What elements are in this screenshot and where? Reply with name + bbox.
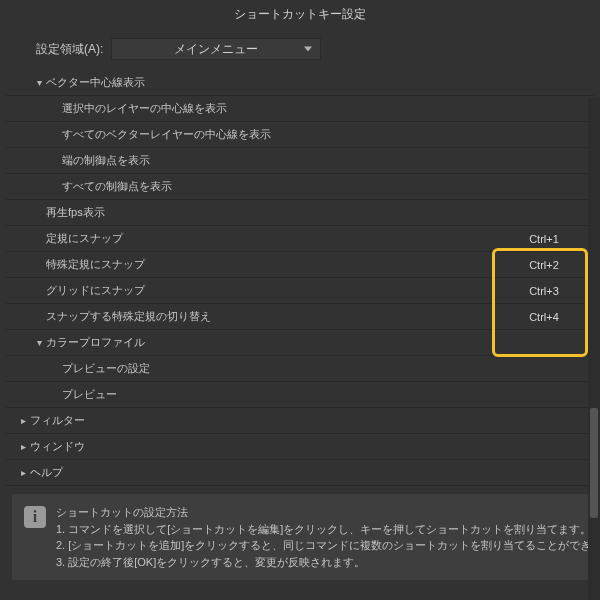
- tree-row[interactable]: スナップする特殊定規の切り替えCtrl+4: [6, 304, 594, 330]
- tree-row-label: プレビュー: [62, 387, 504, 402]
- scrollbar-thumb[interactable]: [590, 408, 598, 518]
- tree-row[interactable]: ▸フィルター: [6, 408, 594, 434]
- tree-row-shortcut: Ctrl+4: [504, 311, 584, 323]
- tree-row-label: 選択中のレイヤーの中心線を表示: [62, 101, 504, 116]
- tree-row[interactable]: グリッドにスナップCtrl+3: [6, 278, 594, 304]
- tree-row[interactable]: プレビュー: [6, 382, 594, 408]
- tree-row[interactable]: 特殊定規にスナップCtrl+2: [6, 252, 594, 278]
- command-tree: ▾ベクター中心線表示選択中のレイヤーの中心線を表示すべてのベクターレイヤーの中心…: [6, 70, 594, 486]
- tree-row-shortcut: Ctrl+2: [504, 259, 584, 271]
- setting-area-value: メインメニュー: [174, 41, 258, 58]
- tree-row[interactable]: プレビューの設定: [6, 356, 594, 382]
- tree-row[interactable]: ▾カラープロファイル: [6, 330, 594, 356]
- help-panel: i ショートカットの設定方法 1. コマンドを選択して[ショートカットを編集]を…: [12, 494, 588, 580]
- tree-row-label: ウィンドウ: [30, 439, 504, 454]
- tree-row[interactable]: 定規にスナップCtrl+1: [6, 226, 594, 252]
- help-text: ショートカットの設定方法 1. コマンドを選択して[ショートカットを編集]をクリ…: [56, 504, 600, 570]
- tree-row-shortcut: Ctrl+1: [504, 233, 584, 245]
- help-line-1: 1. コマンドを選択して[ショートカットを編集]をクリックし、キーを押してショー…: [56, 521, 600, 538]
- chevron-right-icon[interactable]: ▸: [16, 442, 30, 452]
- chevron-right-icon[interactable]: ▸: [16, 468, 30, 478]
- tree-row-label: すべての制御点を表示: [62, 179, 504, 194]
- help-line-3: 3. 設定の終了後[OK]をクリックすると、変更が反映されます。: [56, 554, 600, 571]
- help-line-2: 2. [ショートカットを追加]をクリックすると、同じコマンドに複数のショートカッ…: [56, 537, 600, 554]
- chevron-down-icon[interactable]: ▾: [32, 338, 46, 348]
- tree-row-label: カラープロファイル: [46, 335, 504, 350]
- chevron-down-icon[interactable]: ▾: [32, 78, 46, 88]
- tree-row[interactable]: 再生fps表示: [6, 200, 594, 226]
- tree-row-label: ベクター中心線表示: [46, 75, 504, 90]
- tree-row[interactable]: 端の制御点を表示: [6, 148, 594, 174]
- setting-area-dropdown[interactable]: メインメニュー: [111, 38, 321, 60]
- chevron-right-icon[interactable]: ▸: [16, 416, 30, 426]
- tree-row-label: すべてのベクターレイヤーの中心線を表示: [62, 127, 504, 142]
- help-title: ショートカットの設定方法: [56, 504, 600, 521]
- content-area: 設定領域(A): メインメニュー ▾ベクター中心線表示選択中のレイヤーの中心線を…: [0, 28, 600, 600]
- tree-row-label: プレビューの設定: [62, 361, 504, 376]
- setting-area-label: 設定領域(A):: [36, 41, 103, 58]
- tree-row-label: 端の制御点を表示: [62, 153, 504, 168]
- tree-row[interactable]: ▸ヘルプ: [6, 460, 594, 486]
- tree-row[interactable]: 選択中のレイヤーの中心線を表示: [6, 96, 594, 122]
- tree-row-label: 再生fps表示: [46, 205, 504, 220]
- tree-row-label: 特殊定規にスナップ: [46, 257, 504, 272]
- tree-row-label: 定規にスナップ: [46, 231, 504, 246]
- tree-row-label: ヘルプ: [30, 465, 504, 480]
- toolbar: 設定領域(A): メインメニュー: [0, 28, 600, 70]
- tree-row-shortcut: Ctrl+3: [504, 285, 584, 297]
- chevron-down-icon: [304, 47, 312, 52]
- tree-row[interactable]: すべてのベクターレイヤーの中心線を表示: [6, 122, 594, 148]
- tree-row-label: スナップする特殊定規の切り替え: [46, 309, 504, 324]
- tree-row[interactable]: すべての制御点を表示: [6, 174, 594, 200]
- tree-row-label: フィルター: [30, 413, 504, 428]
- tree-row[interactable]: ▾ベクター中心線表示: [6, 70, 594, 96]
- tree-row-label: グリッドにスナップ: [46, 283, 504, 298]
- tree-row[interactable]: ▸ウィンドウ: [6, 434, 594, 460]
- vertical-scrollbar[interactable]: [588, 98, 600, 600]
- window-title: ショートカットキー設定: [0, 0, 600, 28]
- info-icon: i: [24, 506, 46, 528]
